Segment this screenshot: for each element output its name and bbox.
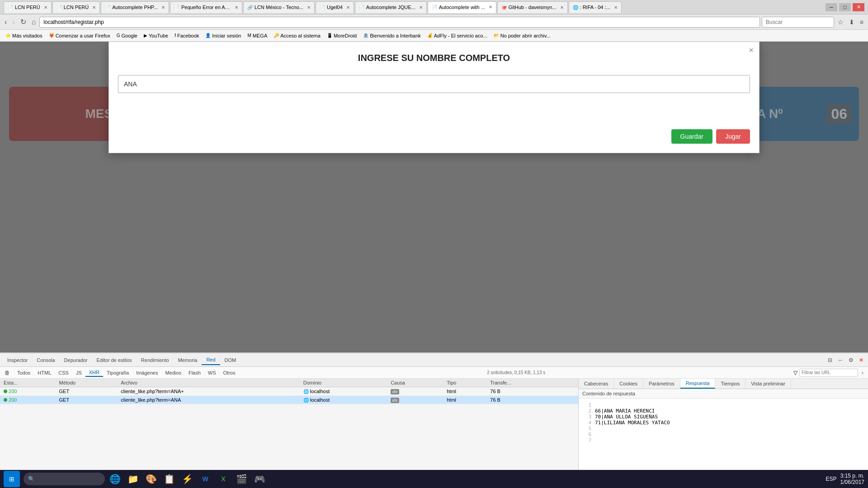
url-bar[interactable]	[39, 17, 760, 28]
browser-tab-t1[interactable]: 📄LCN PERÚ✕	[4, 1, 52, 13]
bookmark-google[interactable]: GGoogle	[114, 32, 140, 39]
taskbar-excel-icon[interactable]: X	[215, 471, 231, 487]
devtools-subtab-imágenes[interactable]: Imágenes	[132, 369, 161, 377]
browser-tab-t6[interactable]: 📄Ugel04✕	[316, 1, 354, 13]
close-button[interactable]: ✕	[853, 3, 864, 11]
net-header-método[interactable]: Método	[56, 379, 118, 387]
guardar-button[interactable]: Guardar	[671, 129, 712, 144]
net-row-1[interactable]: 200 GET cliente_like.php?term=ANA 🌐 loca…	[0, 396, 578, 404]
devtools-subtab-todos[interactable]: Todos	[14, 369, 34, 377]
bookmark-más-visitados[interactable]: ⭐Más visitados	[3, 32, 45, 39]
devtools-subtab-xhr[interactable]: XHR	[85, 369, 103, 377]
devtools-subtab-ws[interactable]: WS	[204, 369, 220, 377]
devtools-clear-button[interactable]: 🗑	[3, 369, 12, 377]
download-button[interactable]: ⬇	[847, 18, 856, 27]
filter-input[interactable]	[799, 369, 858, 377]
tab-close-t10[interactable]: ✕	[614, 5, 618, 10]
devtools-subtab-tipografía[interactable]: Tipografía	[103, 369, 132, 377]
bookmark-bienvenido-a-interbank[interactable]: 🏦Bienvenido a Interbank	[360, 32, 424, 39]
net-row-0[interactable]: 200 GET cliente_like.php?term=ANA+ 🌐 loc…	[0, 387, 578, 396]
taskbar-explorer-icon[interactable]: 📁	[125, 471, 141, 487]
bookmark-facebook[interactable]: fFacebook	[172, 32, 202, 39]
jugar-button[interactable]: Jugar	[716, 129, 750, 144]
reload-button[interactable]: ↻	[19, 17, 28, 28]
devtools-tab-memoria[interactable]: Memoria	[174, 355, 202, 365]
net-header-[interactable]	[559, 379, 578, 387]
minimize-button[interactable]: ─	[826, 3, 837, 11]
net-header-dominio[interactable]: Dominio	[300, 379, 387, 387]
tab-close-t5[interactable]: ✕	[307, 5, 311, 10]
devtools-expand-button[interactable]: ↔	[836, 356, 845, 364]
bookmark-acceso-al-sistema[interactable]: 🔑Acceso al sistema	[271, 32, 323, 39]
taskbar-app4-icon[interactable]: ⚡	[179, 471, 195, 487]
net-header-transfe[interactable]: Transfe...	[486, 379, 559, 387]
devtools-tab-red[interactable]: Red	[202, 355, 220, 365]
tab-close-t4[interactable]: ✕	[235, 5, 238, 10]
net-header-archivo[interactable]: Archivo	[117, 379, 299, 387]
devtools-tab-editor-de-estilos[interactable]: Editor de estilos	[92, 355, 137, 365]
net-header-esta[interactable]: Esta...	[0, 379, 56, 387]
browser-tab-t4[interactable]: 📄Pequeño Error en Au...✕	[170, 1, 242, 13]
tab-close-t7[interactable]: ✕	[419, 5, 423, 10]
bookmark-comenzar-a-usar-firefox[interactable]: 🦊Comenzar a usar Firefox	[46, 32, 113, 39]
name-input[interactable]	[118, 75, 750, 93]
back-button[interactable]: ‹	[3, 17, 9, 28]
tab-close-t3[interactable]: ✕	[161, 5, 165, 10]
browser-tab-t10[interactable]: 🌐: RIFA - 04 :...✕	[569, 1, 622, 13]
net-header-causa[interactable]: Causa	[387, 379, 443, 387]
right-tab-vista-preliminar[interactable]: Vista preliminar	[745, 379, 791, 389]
browser-tab-t8[interactable]: 📄Autocomplete with ...✕	[428, 1, 496, 13]
browser-tab-t9[interactable]: 🐙GitHub - daveismyn...✕	[497, 1, 568, 13]
devtools-tab-inspector[interactable]: Inspector	[3, 355, 32, 365]
browser-tab-t3[interactable]: 📄Autocomplete PHP...✕	[101, 1, 169, 13]
tab-close-t8[interactable]: ✕	[489, 5, 492, 9]
tab-close-t1[interactable]: ✕	[44, 5, 47, 10]
devtools-tab-dom[interactable]: DOM	[220, 355, 241, 365]
bookmark-iniciar-sesión[interactable]: 👤Iniciar sesión	[203, 32, 244, 39]
taskbar-firefox-icon[interactable]: 🌐	[107, 471, 123, 487]
right-tab-respuesta[interactable]: Respuesta	[680, 379, 716, 389]
devtools-tab-rendimiento[interactable]: Rendimiento	[137, 355, 174, 365]
right-tab-cabeceras[interactable]: Cabeceras	[579, 379, 614, 389]
tab-close-t6[interactable]: ✕	[346, 5, 350, 10]
taskbar-games-icon[interactable]: 🎮	[251, 471, 268, 487]
devtools-subtab-medios[interactable]: Medios	[161, 369, 184, 377]
bookmark-youtube[interactable]: ▶YouTube	[141, 32, 171, 39]
taskbar-paint-icon[interactable]: 🎨	[143, 471, 159, 487]
devtools-subtab-otros[interactable]: Otros	[220, 369, 239, 377]
tab-close-t2[interactable]: ✕	[92, 5, 96, 10]
taskbar-word-icon[interactable]: W	[197, 471, 213, 487]
search-bar[interactable]	[762, 17, 834, 28]
browser-tab-t7[interactable]: 📄Autocomplete JQUE...✕	[355, 1, 427, 13]
bookmark-mega[interactable]: MMEGA	[245, 32, 270, 39]
taskbar-search[interactable]: 🔍	[24, 473, 105, 485]
forward-button[interactable]: ›	[10, 17, 16, 28]
devtools-tab-consola[interactable]: Consola	[32, 355, 59, 365]
right-tab-tiempos[interactable]: Tiempos	[715, 379, 745, 389]
devtools-close-button[interactable]: ✕	[857, 356, 865, 364]
devtools-dock-button[interactable]: ⊟	[826, 356, 834, 364]
menu-button[interactable]: ≡	[858, 18, 865, 27]
devtools-subtab-html[interactable]: HTML	[34, 369, 55, 377]
devtools-subtab-flash[interactable]: Flash	[185, 369, 204, 377]
devtools-tab-depurador[interactable]: Depurador	[60, 355, 92, 365]
browser-tab-t2[interactable]: 📄LCN PERÚ✕	[52, 1, 100, 13]
bookmark-moredroid[interactable]: 📱MoreDroid	[324, 32, 359, 39]
taskbar-totalcmd-icon[interactable]: 📋	[161, 471, 177, 487]
bookmark-adfly---el-servicio-aco...[interactable]: 💰AdFly - El servicio aco...	[425, 32, 490, 39]
right-tab-parámetros[interactable]: Parámetros	[643, 379, 680, 389]
start-button[interactable]: ⊞	[4, 471, 20, 487]
devtools-subtab-js[interactable]: JS	[72, 369, 85, 377]
maximize-button[interactable]: □	[839, 3, 851, 11]
bookmark-no-poder-abrir-archiv...[interactable]: 📂No poder abrir archiv...	[491, 32, 553, 39]
devtools-settings-button[interactable]: ⚙	[847, 356, 855, 364]
devtools-more-button[interactable]: ›	[860, 369, 865, 377]
modal-close-button[interactable]: ×	[749, 46, 754, 55]
tab-close-t9[interactable]: ✕	[560, 5, 564, 10]
taskbar-video-icon[interactable]: 🎬	[233, 471, 250, 487]
browser-tab-t5[interactable]: 🔗LCN México - Tecno...✕	[243, 1, 315, 13]
devtools-subtab-css[interactable]: CSS	[55, 369, 72, 377]
right-tab-cookies[interactable]: Cookies	[614, 379, 643, 389]
bookmark-star-button[interactable]: ☆	[836, 18, 845, 27]
net-header-tipo[interactable]: Tipo	[443, 379, 486, 387]
